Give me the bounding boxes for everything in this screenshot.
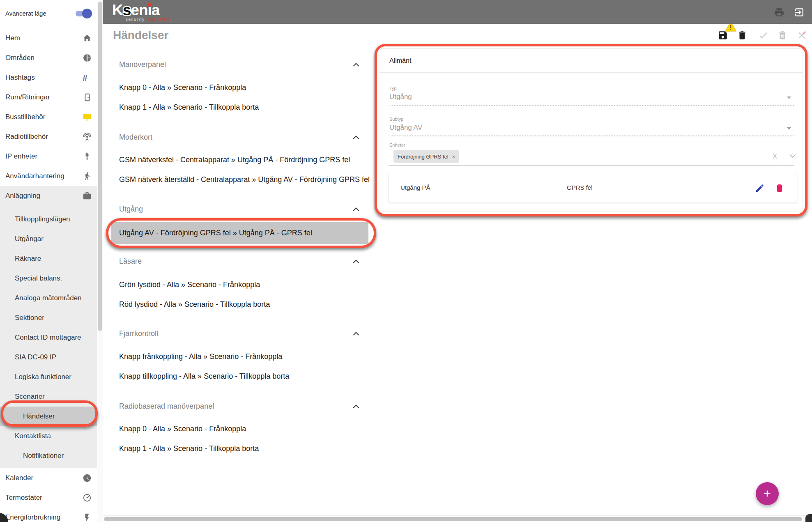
sidebar-item-notifikationer[interactable]: Notifikationer bbox=[0, 446, 97, 466]
door-icon bbox=[83, 93, 92, 102]
edit-icon[interactable] bbox=[755, 183, 765, 193]
toggle-knob bbox=[82, 9, 92, 18]
sidebar-item-sia-dc09-ip[interactable]: SIA DC-09 IP bbox=[0, 347, 97, 367]
sidebar-scrollbar-thumb[interactable] bbox=[98, 2, 102, 331]
event-section-lasare: Läsare bbox=[119, 254, 359, 268]
event-item[interactable]: Grön lysdiod - Alla » Scenario - Frånkop… bbox=[119, 278, 260, 292]
sidebar-nav: Hem Områden Hashtags # Rum/Ritningar Bus… bbox=[0, 27, 97, 522]
sidebar-item-analoga-matomraden[interactable]: Analoga mätområden bbox=[0, 288, 97, 308]
chevron-up-icon[interactable] bbox=[353, 136, 359, 139]
enheter-chip[interactable]: Fördröjning GPRS fel × bbox=[393, 150, 459, 163]
subtyp-label: Subtyp bbox=[389, 117, 403, 122]
sidebar-item-scenarier[interactable]: Scenarier bbox=[0, 387, 97, 407]
clear-edit-icon[interactable] bbox=[796, 30, 807, 41]
chevron-up-icon[interactable] bbox=[353, 207, 359, 211]
horizontal-scrollbar-thumb[interactable] bbox=[104, 517, 802, 521]
printer-icon[interactable] bbox=[774, 7, 784, 18]
ksenia-logo: Ksenia security innovation bbox=[112, 2, 171, 22]
sidebar-item-special-balans[interactable]: Special balans. bbox=[0, 269, 97, 288]
chevron-up-icon[interactable] bbox=[353, 332, 359, 336]
sidebar-item-busstillbehor[interactable]: Busstillbehör bbox=[0, 107, 97, 127]
confirm-icon[interactable] bbox=[758, 30, 768, 41]
bottom-right-corner-shape bbox=[805, 514, 812, 522]
sidebar-scrollbar[interactable] bbox=[98, 0, 103, 522]
sidebar-item-handelser-selected[interactable]: Händelser bbox=[0, 407, 97, 426]
event-item[interactable]: Knapp 0 - Alla » Scenario - Frånkoppla bbox=[119, 422, 246, 436]
sidebar-section-anlaggning: Anläggning Tillkopplingslägen Utgångar R… bbox=[0, 186, 97, 468]
subtyp-underline bbox=[389, 136, 794, 136]
panel-title: Allmänt bbox=[389, 57, 411, 64]
event-section-radiobaserad: Radiobaserad manöverpanel bbox=[119, 399, 359, 413]
sidebar-item-utgangar[interactable]: Utgångar bbox=[0, 229, 97, 249]
subtyp-dropdown-arrow-icon[interactable] bbox=[787, 127, 791, 130]
sidebar-item-raknare[interactable]: Räknare bbox=[0, 249, 97, 269]
antenna-icon bbox=[83, 132, 92, 141]
event-item-selected[interactable]: Utgång AV - Fördröjning GPRS fel » Utgån… bbox=[111, 222, 368, 244]
typ-underline bbox=[389, 105, 794, 106]
top-app-bar: Ksenia security innovation bbox=[103, 0, 812, 24]
event-item[interactable]: GSM nätverk återställd - Centralapparat … bbox=[119, 172, 370, 186]
typ-dropdown-arrow-icon[interactable] bbox=[787, 97, 791, 99]
delete-forever-icon[interactable] bbox=[777, 30, 788, 41]
sidebar-item-tillkopplingslagen[interactable]: Tillkopplingslägen bbox=[0, 209, 97, 229]
horizontal-scrollbar[interactable] bbox=[103, 515, 812, 522]
add-event-fab[interactable]: + bbox=[756, 482, 779, 505]
remove-row-icon[interactable] bbox=[775, 183, 784, 193]
sidebar-item-hashtags[interactable]: Hashtags # bbox=[0, 68, 97, 87]
walking-person-icon bbox=[83, 172, 92, 181]
delete-icon[interactable] bbox=[737, 30, 748, 41]
main-content: Händelser Manöverpanel Knapp 0 - Alla » … bbox=[103, 24, 812, 522]
chip-remove-icon[interactable]: × bbox=[452, 154, 455, 160]
logo-red-dot bbox=[147, 3, 151, 7]
event-item[interactable]: Knapp 0 - Alla » Scenario - Frånkoppla bbox=[119, 80, 246, 94]
chevron-up-icon[interactable] bbox=[353, 260, 359, 263]
sidebar-item-rum-ritningar[interactable]: Rum/Ritningar bbox=[0, 87, 97, 107]
event-item[interactable]: GSM nätverksfel - Centralapparat » Utgån… bbox=[119, 153, 350, 167]
sidebar-item-kontaktlista[interactable]: Kontaktlista bbox=[0, 426, 97, 446]
enheter-control-divider bbox=[784, 150, 784, 161]
event-item[interactable]: Knapp 1 - Alla » Scenario - Tillkoppla b… bbox=[119, 100, 259, 114]
sidebar-item-ip-enheter[interactable]: IP enheter bbox=[0, 147, 97, 166]
chevron-up-icon[interactable] bbox=[353, 63, 359, 67]
panel-divider bbox=[380, 72, 803, 73]
save-icon[interactable] bbox=[718, 30, 728, 41]
event-item[interactable]: Röd lysdiod - Alla » Scenario - Tillkopp… bbox=[119, 297, 270, 311]
action-row-event: Utgång PÅ bbox=[400, 184, 430, 191]
advanced-mode-toggle[interactable] bbox=[76, 9, 94, 18]
chevron-down-icon[interactable] bbox=[789, 154, 796, 158]
clock-icon bbox=[83, 474, 92, 483]
event-item[interactable]: Knapp 1 - Alla » Scenario - Tillkoppla b… bbox=[119, 442, 259, 455]
sidebar-item-sektioner[interactable]: Sektioner bbox=[0, 308, 97, 328]
sidebar-item-hem[interactable]: Hem bbox=[0, 28, 97, 48]
event-item[interactable]: Knapp frånkoppling - Alla » Scenario - F… bbox=[119, 350, 282, 363]
sidebar-item-anlaggning[interactable]: Anläggning bbox=[0, 186, 97, 206]
enheter-clear-icon[interactable]: X bbox=[773, 152, 777, 161]
sidebar-item-radiotillbehor[interactable]: Radiotillbehör bbox=[0, 127, 97, 147]
chevron-up-icon[interactable] bbox=[353, 405, 359, 408]
bus-accessory-icon bbox=[83, 113, 92, 122]
sidebar: Avancerat läge Hem Områden Hashtags # Ru… bbox=[0, 0, 97, 522]
hashtag-icon: # bbox=[83, 73, 92, 82]
thermostat-icon bbox=[83, 493, 92, 502]
enheter-underline bbox=[389, 165, 794, 166]
advanced-mode-row: Avancerat läge bbox=[0, 0, 97, 27]
page-title: Händelser bbox=[113, 29, 168, 42]
areas-pie-icon bbox=[83, 53, 92, 62]
sidebar-item-logiska-funktioner[interactable]: Logiska funktioner bbox=[0, 367, 97, 387]
sidebar-item-kalender[interactable]: Kalender bbox=[0, 468, 97, 488]
advanced-mode-label: Avancerat läge bbox=[5, 10, 46, 17]
sidebar-item-anvandarhantering[interactable]: Användarhantering bbox=[0, 166, 97, 186]
enheter-label: Enheter bbox=[389, 143, 405, 147]
sidebar-item-contact-id-mottagare[interactable]: Contact ID mottagare bbox=[0, 328, 97, 347]
home-icon bbox=[83, 34, 92, 43]
typ-label: Typ bbox=[389, 86, 397, 91]
sidebar-item-energiforbrukning[interactable]: Energiförbrukning bbox=[0, 508, 97, 522]
exit-icon[interactable] bbox=[794, 7, 805, 18]
ip-device-icon bbox=[83, 152, 92, 161]
event-item[interactable]: Knapp tillkoppling - Alla » Scenario - T… bbox=[119, 369, 289, 383]
detail-panel: Allmänt Typ Utgång Subtyp Utgång AV Enhe… bbox=[380, 48, 803, 211]
subtyp-value: Utgång AV bbox=[389, 124, 422, 132]
sidebar-item-omraden[interactable]: Områden bbox=[0, 48, 97, 68]
typ-value: Utgång bbox=[389, 93, 412, 101]
sidebar-item-termostater[interactable]: Termostater bbox=[0, 488, 97, 508]
